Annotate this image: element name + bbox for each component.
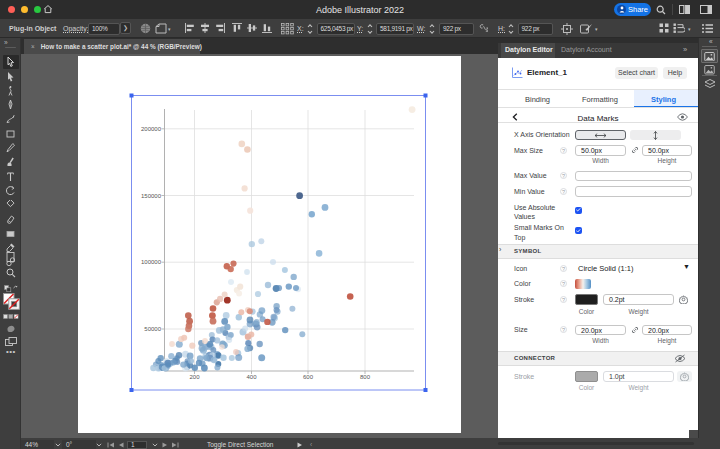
svg-text:800: 800	[360, 374, 371, 380]
svg-text:400: 400	[246, 374, 257, 380]
svg-text:100000: 100000	[141, 259, 162, 265]
svg-text:150000: 150000	[141, 193, 162, 199]
svg-text:600: 600	[303, 374, 314, 380]
svg-text:200000: 200000	[141, 126, 162, 132]
svg-text:200: 200	[189, 374, 200, 380]
svg-text:50000: 50000	[144, 326, 161, 332]
